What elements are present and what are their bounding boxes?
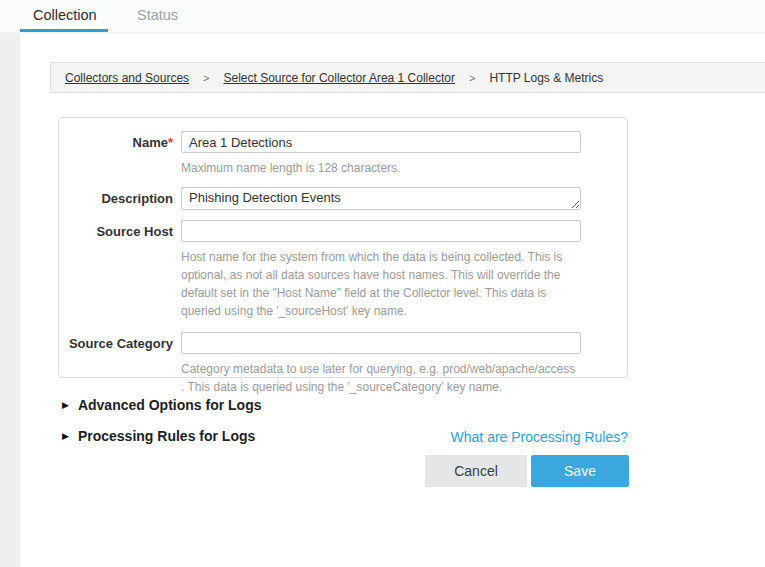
name-label-text: Name [133, 135, 168, 150]
description-input[interactable]: Phishing Detection Events [181, 187, 581, 210]
source-host-row: Source Host Host name for the system fro… [59, 220, 627, 320]
advanced-options-label: Advanced Options for Logs [78, 397, 262, 413]
expand-triangle-icon: ▶ [62, 432, 69, 441]
name-help-text: Maximum name length is 128 characters. [181, 159, 581, 177]
required-asterisk: * [168, 135, 173, 150]
breadcrumb-collectors-and-sources[interactable]: Collectors and Sources [65, 71, 189, 85]
source-host-label: Source Host [59, 220, 173, 239]
tab-status[interactable]: Status [137, 7, 178, 23]
advanced-options-section-toggle[interactable]: ▶ Advanced Options for Logs [62, 397, 262, 413]
left-gutter [0, 33, 20, 567]
what-are-processing-rules-link[interactable]: What are Processing Rules? [451, 429, 628, 445]
breadcrumb-separator: > [203, 72, 209, 84]
processing-rules-label: Processing Rules for Logs [78, 428, 255, 444]
source-category-help-text: Category metadata to use later for query… [181, 360, 581, 396]
active-tab-underline [20, 29, 108, 32]
save-button[interactable]: Save [531, 455, 629, 487]
description-row: Description Phishing Detection Events [59, 187, 627, 210]
name-row: Name* Maximum name length is 128 charact… [59, 131, 627, 177]
expand-triangle-icon: ▶ [62, 401, 69, 410]
name-label: Name* [59, 131, 173, 150]
processing-rules-section-toggle[interactable]: ▶ Processing Rules for Logs [62, 428, 255, 444]
cancel-button[interactable]: Cancel [425, 455, 527, 487]
source-form-card: Name* Maximum name length is 128 charact… [58, 117, 628, 378]
source-category-row: Source Category Category metadata to use… [59, 332, 627, 396]
source-host-help-text: Host name for the system from which the … [181, 248, 581, 320]
source-config-page: Collection Status Collectors and Sources… [0, 0, 765, 567]
breadcrumb-select-source[interactable]: Select Source for Collector Area 1 Colle… [224, 71, 455, 85]
breadcrumb: Collectors and Sources > Select Source f… [50, 62, 765, 93]
name-input[interactable] [181, 131, 581, 153]
form-actions: Cancel Save [425, 455, 629, 487]
description-label: Description [59, 187, 173, 206]
source-category-input[interactable] [181, 332, 581, 354]
breadcrumb-separator: > [469, 72, 475, 84]
tab-collection[interactable]: Collection [33, 7, 97, 23]
breadcrumb-current-page: HTTP Logs & Metrics [489, 71, 603, 85]
source-host-input[interactable] [181, 220, 581, 242]
tab-bar: Collection Status [0, 0, 765, 33]
source-category-label: Source Category [59, 332, 173, 351]
